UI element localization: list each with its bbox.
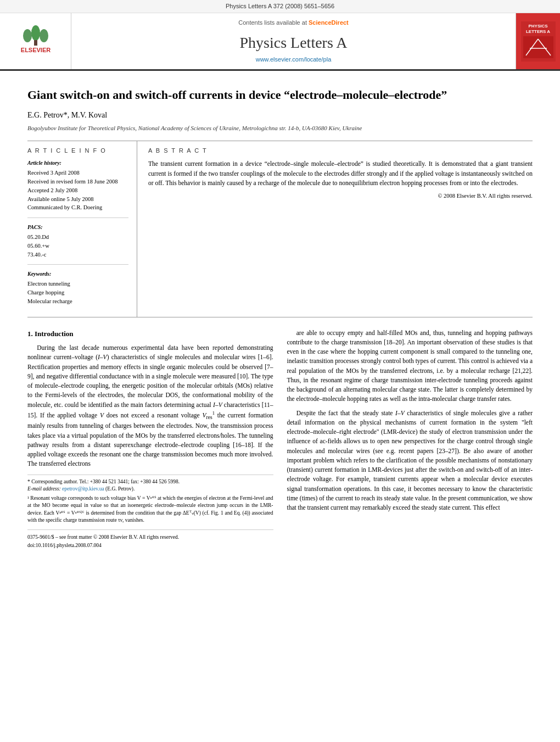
- pacs-1: 05.20.Dd: [27, 233, 128, 242]
- abstract-header: A B S T R A C T: [148, 147, 533, 155]
- journal-logo-box: PHYSICSLETTERS A: [521, 21, 556, 62]
- info-divider-1: [27, 217, 128, 218]
- accepted-date: Accepted 2 July 2008: [27, 186, 128, 195]
- journal-header-center: Contents lists available at ScienceDirec…: [71, 13, 516, 69]
- footnote-area: * Corresponding author. Tel.: +380 44 52…: [27, 475, 273, 525]
- bottom-bar-left: 0375-9601/$ – see front matter © 2008 El…: [27, 529, 273, 549]
- journal-header: ELSEVIER Contents lists available at Sci…: [0, 13, 560, 71]
- history-block: Article history: Received 3 April 2008 R…: [27, 159, 128, 212]
- article-info-panel: A R T I C L E I N F O Article history: R…: [27, 141, 137, 317]
- info-divider-2: [27, 264, 128, 265]
- section1-title: 1. Introduction: [27, 328, 273, 339]
- intro-para-2: are able to occupy empty and half-filled…: [287, 328, 533, 404]
- history-label: Article history:: [27, 159, 128, 167]
- sciencedirect-line: Contents lists available at ScienceDirec…: [238, 19, 349, 27]
- issn-line: 0375-9601/$ – see front matter © 2008 El…: [27, 533, 273, 541]
- keywords-label: Keywords:: [27, 270, 128, 278]
- authors-text: E.G. Petrov*, M.V. Koval: [27, 111, 107, 119]
- article-title: Giant switch-on and switch-off currents …: [27, 87, 533, 103]
- intro-para-1: During the last decade numerous experime…: [27, 343, 273, 468]
- page-wrapper: Physics Letters A 372 (2008) 5651–5656 E…: [0, 0, 560, 742]
- keywords-content: Electron tunneling Charge hopping Molecu…: [27, 280, 128, 305]
- online-date: Available online 5 July 2008: [27, 195, 128, 204]
- svg-rect-4: [34, 40, 37, 46]
- info-section: A R T I C L E I N F O Article history: R…: [27, 141, 533, 317]
- keyword-1: Electron tunneling: [27, 280, 128, 288]
- affiliation: Bogolyubov Institute for Theoretical Phy…: [27, 124, 533, 132]
- svg-text:ELSEVIER: ELSEVIER: [20, 47, 50, 53]
- body-col-left: 1. Introduction During the last decade n…: [27, 328, 273, 549]
- elsevier-logo-svg: ELSEVIER: [8, 25, 63, 58]
- abstract-text: The transient current formation in a dev…: [148, 159, 533, 188]
- svg-point-2: [31, 25, 40, 41]
- abstract-copyright: © 2008 Elsevier B.V. All rights reserved…: [148, 192, 533, 200]
- keywords-block: Keywords: Electron tunneling Charge hopp…: [27, 270, 128, 305]
- pacs-2: 05.60.+w: [27, 242, 128, 250]
- footnote-1: ¹ Resonant voltage corresponds to such v…: [27, 495, 273, 524]
- journal-title: Physics Letters A: [240, 32, 348, 53]
- footnote-star: * Corresponding author. Tel.: +380 44 52…: [27, 478, 273, 493]
- pacs-content: 05.20.Dd 05.60.+w 73.40.-c: [27, 233, 128, 259]
- keyword-3: Molecular recharge: [27, 297, 128, 306]
- logo-text: PHYSICSLETTERS A: [523, 24, 553, 35]
- pacs-block: PACS: 05.20.Dd 05.60.+w 73.40.-c: [27, 224, 128, 259]
- communicated-by: Communicated by C.R. Doering: [27, 203, 128, 212]
- revised-date: Received in revised form 18 June 2008: [27, 177, 128, 186]
- article-info-header: A R T I C L E I N F O: [27, 147, 128, 155]
- intro-para-3: Despite the fact that the steady state I…: [287, 409, 533, 513]
- journal-logo-right: PHYSICSLETTERS A: [516, 13, 560, 69]
- doi-line: doi:10.1016/j.physleta.2008.07.004: [27, 542, 273, 549]
- footnote-email[interactable]: epetrov@itp.kiev.ua: [62, 486, 104, 492]
- keyword-2: Charge hopping: [27, 288, 128, 297]
- top-bar: Physics Letters A 372 (2008) 5651–5656: [0, 0, 560, 13]
- received-date: Received 3 April 2008: [27, 169, 128, 177]
- logo-icon: [523, 36, 553, 58]
- svg-point-3: [40, 29, 48, 42]
- journal-citation: Physics Letters A 372 (2008) 5651–5656: [226, 3, 334, 9]
- main-content: Giant switch-on and switch-off currents …: [0, 71, 560, 565]
- svg-point-1: [23, 29, 32, 42]
- body-col-right: are able to occupy empty and half-filled…: [287, 328, 533, 549]
- sciencedirect-link[interactable]: ScienceDirect: [309, 19, 349, 26]
- journal-url[interactable]: www.elsevier.com/locate/pla: [256, 55, 332, 64]
- elsevier-logo-section: ELSEVIER: [0, 13, 71, 69]
- abstract-section: A B S T R A C T The transient current fo…: [137, 141, 533, 317]
- footnote-star-text: * Corresponding author. Tel.: +380 44 52…: [27, 479, 180, 484]
- pacs-label: PACS:: [27, 224, 128, 231]
- footnote-email-label: E-mail address:: [27, 486, 62, 492]
- footnote-email-suffix: (E.G. Petrov).: [105, 486, 135, 492]
- authors: E.G. Petrov*, M.V. Koval: [27, 110, 533, 121]
- pacs-3: 73.40.-c: [27, 250, 128, 259]
- body-columns: 1. Introduction During the last decade n…: [27, 328, 533, 549]
- history-content: Received 3 April 2008 Received in revise…: [27, 169, 128, 212]
